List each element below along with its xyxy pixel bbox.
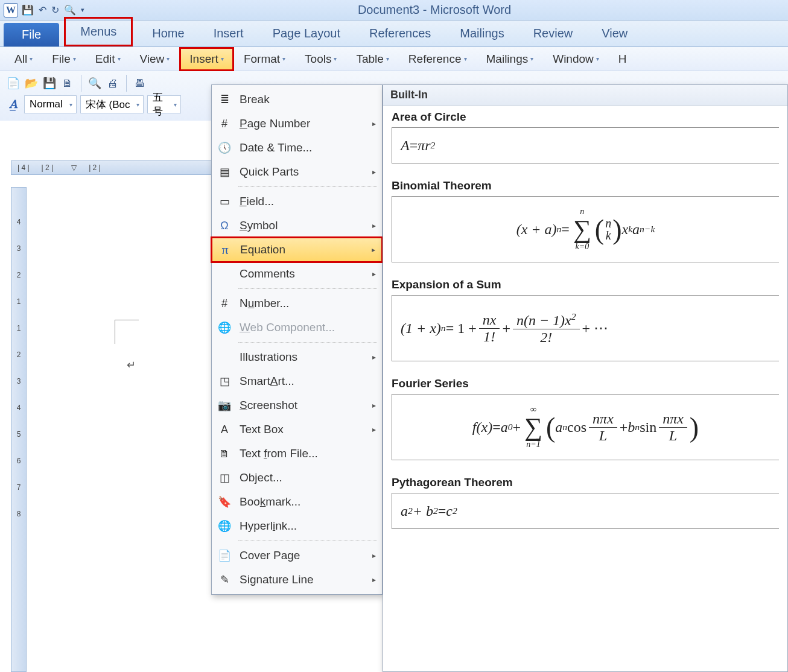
equation-preview: a2 + b2 = c2	[392, 493, 779, 529]
equation-preview: (1 + x)n = 1 + nx1! + n(n − 1)x22! + ⋯	[392, 295, 779, 361]
menu-edit[interactable]: Edit▾	[87, 49, 129, 69]
menu-item-bookmark[interactable]: 🔖Bookmark...	[212, 490, 382, 514]
print-icon[interactable]: 🖨	[106, 76, 120, 90]
ribbon-tab-mailings[interactable]: Mailings	[445, 21, 518, 46]
ribbon-tab-file[interactable]: File	[4, 23, 59, 46]
insert-dropdown-menu: ≣Break #Page Number▸ 🕔Date & Time... ▤Qu…	[211, 84, 383, 595]
style-dropdown[interactable]: Normal	[24, 95, 77, 113]
quick-print-icon[interactable]: 🖶	[133, 76, 147, 90]
redo-icon[interactable]: ↻	[51, 4, 59, 16]
submenu-arrow-icon: ▸	[372, 575, 376, 584]
menu-item-page-number[interactable]: #Page Number▸	[212, 112, 382, 136]
undo-icon[interactable]: ↶	[39, 4, 46, 16]
break-icon: ≣	[215, 92, 234, 107]
menu-table[interactable]: Table▾	[348, 49, 397, 69]
signature-icon: ✎	[215, 572, 234, 588]
save-icon[interactable]: 💾	[42, 76, 57, 90]
menu-item-equation[interactable]: πEquation▸	[212, 238, 382, 262]
menu-item-break[interactable]: ≣Break	[212, 87, 382, 112]
equation-preview: A = πr2	[392, 127, 779, 163]
menu-item-symbol[interactable]: ΩSymbol▸	[212, 214, 382, 238]
ribbon-tab-insert[interactable]: Insert	[199, 21, 258, 46]
save-icon[interactable]: 💾	[22, 4, 34, 16]
menu-tools[interactable]: Tools▾	[296, 49, 345, 69]
menu-all[interactable]: All▾	[6, 49, 41, 69]
menu-item-comments[interactable]: Comments▸	[212, 262, 382, 286]
equation-preview: f(x) = a0 + ∞∑n=1 ( an cos nπxL + bn sin…	[392, 394, 779, 460]
menu-window[interactable]: Window▾	[544, 49, 608, 69]
page-margin-corner	[115, 320, 139, 344]
text-from-file-icon: 🗎	[215, 446, 234, 461]
font-styles-icon[interactable]: A̲	[6, 97, 21, 112]
field-icon: ▭	[215, 194, 234, 209]
menu-item-cover-page[interactable]: 📄Cover Page▸	[212, 544, 382, 568]
menu-help[interactable]: H	[610, 49, 635, 69]
menu-separator	[238, 288, 377, 289]
separator	[126, 75, 127, 92]
font-size-dropdown[interactable]: 五号	[147, 95, 181, 113]
ribbon-tab-review[interactable]: Review	[519, 21, 588, 46]
text-box-icon: A	[215, 422, 234, 437]
equation-title: Expansion of a Sum	[392, 278, 779, 291]
menu-insert[interactable]: Insert▾	[180, 48, 233, 70]
menu-item-smartart[interactable]: ◳SmartArt...	[212, 369, 382, 393]
vertical-ruler[interactable]: 432112345678	[11, 187, 27, 672]
menu-separator	[238, 540, 377, 541]
ribbon-tab-view[interactable]: View	[587, 21, 642, 46]
quick-parts-icon: ▤	[215, 164, 234, 180]
ribbon-tab-page-layout[interactable]: Page Layout	[258, 21, 355, 46]
date-time-icon: 🕔	[215, 140, 234, 156]
web-component-icon: 🌐	[215, 320, 234, 335]
ribbon-tab-home[interactable]: Home	[138, 21, 199, 46]
menu-item-signature-line[interactable]: ✎Signature Line▸	[212, 568, 382, 592]
menu-item-number[interactable]: #Number...	[212, 291, 382, 315]
number-icon: #	[215, 296, 234, 311]
symbol-icon: Ω	[215, 218, 234, 233]
gallery-item-binomial-theorem[interactable]: Binomial Theorem (x + a)n = n∑k=0 (nk) x…	[383, 174, 787, 273]
font-dropdown[interactable]: 宋体 (Boc	[80, 95, 144, 113]
submenu-arrow-icon: ▸	[372, 221, 376, 230]
ribbon-tab-references[interactable]: References	[355, 21, 445, 46]
menu-item-text-from-file[interactable]: 🗎Text from File...	[212, 442, 382, 466]
print-preview-icon[interactable]: 🔍	[64, 4, 76, 16]
gallery-item-fourier-series[interactable]: Fourier Series f(x) = a0 + ∞∑n=1 ( an co…	[383, 372, 787, 471]
word-app-icon: W	[4, 3, 18, 17]
menu-item-quick-parts[interactable]: ▤Quick Parts▸	[212, 160, 382, 184]
submenu-arrow-icon: ▸	[372, 246, 375, 254]
ribbon-tab-strip: File Menus Home Insert Page Layout Refer…	[0, 21, 788, 47]
menu-item-object[interactable]: ◫Object...	[212, 466, 382, 490]
ribbon-tab-menus[interactable]: Menus	[64, 17, 133, 46]
submenu-arrow-icon: ▸	[372, 119, 376, 128]
menu-item-text-box[interactable]: AText Box▸	[212, 417, 382, 442]
hyperlink-icon: 🌐	[215, 518, 234, 534]
equation-title: Fourier Series	[392, 377, 779, 390]
paragraph-mark-icon: ↵	[127, 358, 136, 372]
save-as-icon[interactable]: 🗎	[60, 76, 75, 90]
print-preview-icon[interactable]: 🔍	[87, 76, 102, 90]
screenshot-icon: 📷	[215, 398, 234, 413]
equation-title: Area of Circle	[392, 110, 779, 124]
gallery-header: Built-In	[383, 85, 787, 106]
smartart-icon: ◳	[215, 373, 234, 389]
menu-item-field[interactable]: ▭Field...	[212, 189, 382, 214]
submenu-arrow-icon: ▸	[372, 353, 376, 361]
menu-view[interactable]: View▾	[132, 49, 179, 69]
menu-format[interactable]: Format▾	[235, 49, 294, 69]
menu-item-screenshot[interactable]: 📷Screenshot▸	[212, 393, 382, 417]
gallery-item-area-of-circle[interactable]: Area of Circle A = πr2	[383, 106, 787, 174]
comments-icon	[215, 266, 234, 282]
submenu-arrow-icon: ▸	[372, 401, 376, 410]
object-icon: ◫	[215, 470, 234, 486]
gallery-item-pythagorean-theorem[interactable]: Pythagorean Theorem a2 + b2 = c2	[383, 471, 787, 540]
new-doc-icon[interactable]: 📄	[6, 76, 21, 90]
classic-menu-bar: All▾ File▾ Edit▾ View▾ Insert▾ Format▾ T…	[0, 47, 788, 71]
submenu-arrow-icon: ▸	[372, 551, 376, 560]
menu-item-hyperlink[interactable]: 🌐Hyperlink...	[212, 514, 382, 538]
menu-file[interactable]: File▾	[43, 49, 84, 69]
open-icon[interactable]: 📂	[24, 76, 39, 90]
menu-reference[interactable]: Reference▾	[400, 49, 475, 69]
gallery-item-expansion-of-a-sum[interactable]: Expansion of a Sum (1 + x)n = 1 + nx1! +…	[383, 273, 787, 372]
menu-item-illustrations[interactable]: Illustrations▸	[212, 345, 382, 369]
menu-mailings[interactable]: Mailings▾	[478, 49, 542, 69]
menu-item-date-time[interactable]: 🕔Date & Time...	[212, 136, 382, 160]
